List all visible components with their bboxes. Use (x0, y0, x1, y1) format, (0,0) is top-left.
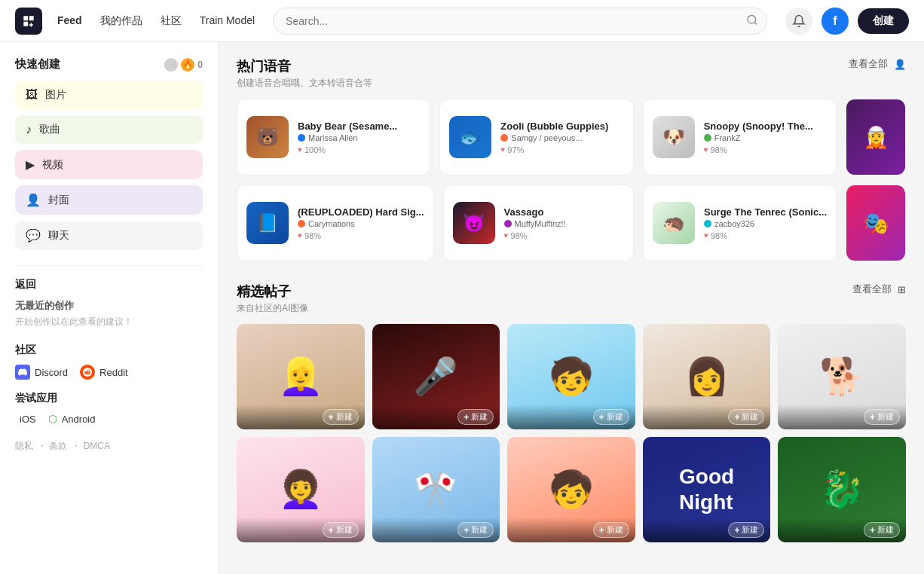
image-overlay-8: + 新建 (643, 518, 771, 542)
voice-name-5: Vassago (504, 206, 624, 218)
voice-author-1: Samgy / peeyous... (500, 133, 623, 142)
hot-voices-sub: 创建语音合唱哦、文本转语音合等 (237, 77, 372, 90)
featured-posts-view-all[interactable]: 查看全部 ⊞ (852, 282, 906, 296)
quick-item-cover[interactable]: 👤 封面 (15, 185, 203, 215)
image-card-1[interactable]: 🎤 + 新建 (372, 324, 500, 429)
voice-name-1: Zooli (Bubble Guppies) (500, 121, 623, 132)
quick-item-chat[interactable]: 💬 聊天 (15, 221, 203, 250)
discord-icon (15, 365, 30, 380)
voice-rating-0: ♥ 100% (298, 145, 421, 154)
quick-create-title: 快速创建 🔥 0 (15, 57, 203, 72)
image-card-0[interactable]: 👱‍♀️ + 新建 (237, 324, 365, 429)
grid-icon: ⊞ (898, 284, 906, 295)
author-dot-1 (500, 134, 508, 142)
voice-card-0[interactable]: 🐻 Baby Bear (Sesame... Marissa Allen ♥ 1… (237, 99, 430, 176)
back-label[interactable]: 返回 (15, 278, 203, 292)
badge-orange: 🔥 (181, 58, 194, 72)
badge-row: 🔥 0 (164, 58, 203, 72)
badge-num: 0 (197, 60, 203, 70)
person-icon: 👤 (894, 59, 906, 70)
voice-thumb-4: 📘 (246, 202, 289, 244)
voice-rating-2: ♥ 98% (704, 145, 827, 154)
voice-card-5[interactable]: 😈 Vassago MuffyMuffinz!! ♥ 98% (443, 185, 634, 261)
author-dot-0 (298, 134, 305, 142)
image-card-3[interactable]: 👩 + 新建 (643, 324, 771, 429)
no-recent-sub: 开始创作以在此查看的建议！ (15, 316, 203, 328)
voice-info-6: Surge The Tenrec (Sonic... zacboy326 ♥ 9… (704, 206, 827, 240)
image-card-2[interactable]: 🧒 + 新建 (507, 324, 635, 429)
voice-thumb-1: 🐟 (449, 116, 491, 158)
create-button[interactable]: 创建 (858, 8, 909, 34)
quick-item-music[interactable]: ♪ 歌曲 (15, 115, 203, 144)
heart-icon-4: ♥ (298, 231, 302, 240)
hot-voices-section: 热门语音 创建语音合唱哦、文本转语音合等 查看全部 👤 🐻 Baby Bear … (237, 57, 906, 261)
hot-voices-view-all[interactable]: 查看全部 👤 (849, 57, 906, 71)
voice-card-extra[interactable]: 🧝 (846, 99, 906, 176)
new-badge-7: + 新建 (593, 522, 629, 538)
voice-card-4[interactable]: 📘 (REUPLOADED) Hard Sig... Carymations ♥… (237, 185, 434, 261)
image-card-6[interactable]: 🎌 + 新建 (372, 437, 500, 542)
logo[interactable] (15, 8, 42, 35)
chat-icon: 💬 (26, 228, 41, 243)
image-card-5[interactable]: 👩‍🦱 + 新建 (237, 437, 365, 542)
voice-rating-6: ♥ 98% (704, 231, 827, 240)
voice-card-1[interactable]: 🐟 Zooli (Bubble Guppies) Samgy / peeyous… (439, 99, 633, 176)
image-overlay-7: + 新建 (507, 518, 635, 542)
image-card-8[interactable]: GoodNight + 新建 (643, 437, 771, 542)
nav-community[interactable]: 社区 (161, 11, 182, 31)
voice-info-0: Baby Bear (Sesame... Marissa Allen ♥ 100… (298, 121, 421, 154)
reddit-icon (80, 365, 95, 380)
quick-item-image[interactable]: 🖼 图片 (15, 81, 203, 109)
new-badge-9: + 新建 (864, 522, 900, 538)
hot-voices-header-left: 热门语音 创建语音合唱哦、文本转语音合等 (237, 57, 372, 90)
footer-dmca[interactable]: DMCA (84, 441, 110, 451)
reddit-link[interactable]: Reddit (80, 365, 128, 380)
footer-privacy[interactable]: 隐私 (15, 441, 33, 451)
voice-author-0: Marissa Allen (298, 133, 421, 142)
new-badge-2: + 新建 (593, 409, 629, 425)
new-badge-1: + 新建 (457, 409, 494, 425)
voice-author-2: FrankZ (704, 133, 827, 142)
author-dot-6 (704, 220, 711, 227)
image-card-4[interactable]: 🐕 + 新建 (778, 324, 906, 429)
voice-card-2[interactable]: 🐶 Snoopy (Snoopy! The... FrankZ ♥ 98% (643, 99, 837, 176)
image-overlay-1: + 新建 (372, 405, 500, 429)
heart-icon-2: ♥ (704, 145, 708, 154)
footer-terms[interactable]: 条款 (49, 441, 67, 451)
image-card-9[interactable]: 🐉 + 新建 (778, 437, 906, 542)
notification-bell[interactable] (785, 8, 812, 35)
voice-card-6[interactable]: 🦔 Surge The Tenrec (Sonic... zacboy326 ♥… (643, 185, 837, 261)
voice-name-0: Baby Bear (Sesame... (298, 121, 421, 132)
app-links: iOS ⬡ Android (15, 413, 203, 425)
quick-create-items: 🖼 图片 ♪ 歌曲 ▶ 视频 👤 封面 💬 聊天 (15, 81, 203, 250)
quick-item-video[interactable]: ▶ 视频 (15, 150, 203, 179)
featured-posts-header: 精选帖子 来自社区的AI图像 查看全部 ⊞ (237, 282, 906, 315)
search-input[interactable] (273, 8, 767, 35)
new-badge-0: + 新建 (323, 409, 359, 425)
image-overlay-5: + 新建 (237, 518, 365, 542)
voice-rating-4: ♥ 98% (298, 231, 424, 240)
nav-feed[interactable]: Feed (57, 11, 82, 31)
image-overlay-9: + 新建 (778, 518, 906, 542)
ios-link[interactable]: iOS (15, 413, 36, 425)
image-overlay-6: + 新建 (372, 518, 500, 542)
image-row-2: 👩‍🦱 + 新建 🎌 + 新建 (237, 437, 906, 542)
new-badge-6: + 新建 (457, 522, 494, 538)
discord-link[interactable]: Discord (15, 365, 68, 380)
featured-posts-title: 精选帖子 (237, 282, 308, 301)
no-recent-title: 无最近的创作 (15, 299, 203, 313)
image-card-7[interactable]: 🧒 + 新建 (507, 437, 635, 542)
community-section: 社区 Discord Reddit (15, 343, 203, 380)
new-badge-8: + 新建 (728, 522, 764, 538)
nav-train-model[interactable]: Train Model (200, 11, 255, 31)
image-overlay-3: + 新建 (643, 405, 771, 429)
community-title: 社区 (15, 343, 203, 357)
heart-icon-0: ♥ (298, 145, 302, 154)
android-link[interactable]: ⬡ Android (48, 413, 96, 425)
author-dot-4 (298, 220, 305, 227)
nav-my-works[interactable]: 我的作品 (100, 11, 142, 31)
no-recent: 无最近的创作 开始创作以在此查看的建议！ (15, 299, 203, 328)
voice-card-extra2[interactable]: 🎭 (846, 185, 906, 261)
navbar: Feed 我的作品 社区 Train Model f 创建 (0, 0, 924, 42)
user-avatar[interactable]: f (822, 8, 849, 35)
